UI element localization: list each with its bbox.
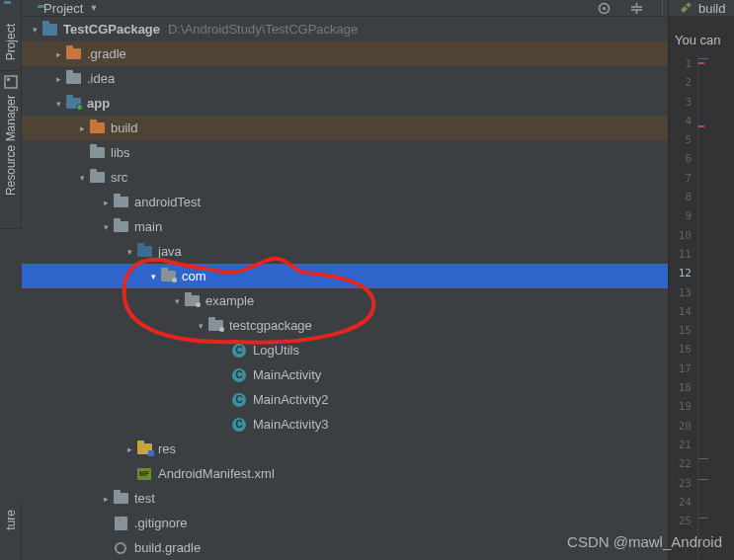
gutter-line-number[interactable]: 24: [669, 493, 692, 512]
gutter-line-number[interactable]: 12: [669, 264, 692, 282]
node-label: testcgpackage: [229, 318, 312, 333]
gutter-line-number[interactable]: 4: [669, 112, 692, 130]
project-toolwindow-header: Project ▼: [22, 0, 734, 17]
tree-node-res[interactable]: ▸ res: [22, 437, 668, 461]
gutter-line-number[interactable]: 2: [669, 73, 692, 92]
svg-rect-14: [686, 2, 692, 8]
folder-icon: [65, 72, 81, 86]
node-label: java: [158, 244, 182, 259]
resource-manager-label: Resource Manager: [4, 89, 18, 201]
svg-rect-0: [5, 76, 17, 88]
tree-node-app[interactable]: ▾ app: [22, 91, 668, 116]
divider: [662, 1, 663, 15]
chevron-down-icon[interactable]: ▾: [75, 173, 89, 183]
chevron-down-icon[interactable]: ▾: [146, 272, 160, 281]
gutter-line-number[interactable]: 6: [669, 149, 692, 168]
tree-node-test[interactable]: ▸ test: [22, 486, 668, 511]
gutter-line-number[interactable]: 23: [669, 474, 692, 493]
tree-node-example[interactable]: ▾ example: [22, 288, 668, 313]
chevron-right-icon[interactable]: ▸: [99, 494, 113, 504]
package-icon: [207, 319, 223, 333]
gutter-line-number[interactable]: 19: [669, 397, 692, 416]
tree-node-mainactivity[interactable]: C MainActivity: [22, 362, 668, 387]
chevron-right-icon[interactable]: ▸: [75, 123, 89, 133]
tree-node-src[interactable]: ▾ src: [22, 165, 668, 190]
gutter-line-number[interactable]: 3: [669, 93, 692, 112]
editor-tab-build[interactable]: build: [668, 0, 734, 17]
chevron-right-icon[interactable]: ▸: [51, 74, 65, 84]
node-label: LogUtils: [253, 343, 299, 358]
tree-node-mainactivity2[interactable]: C MainActivity2: [22, 387, 668, 412]
chevron-right-icon[interactable]: ▸: [51, 49, 65, 59]
folder-icon: [89, 146, 105, 160]
collapse-all-icon[interactable]: [629, 1, 644, 16]
tree-node-gradle[interactable]: ▸ .gradle: [22, 41, 668, 66]
gutter-line-number[interactable]: 10: [669, 226, 692, 245]
gutter-line-number[interactable]: 9: [669, 206, 692, 225]
editor-gutter[interactable]: 1234567891011121314151617181920212223242…: [669, 54, 698, 560]
gutter-line-number[interactable]: 16: [669, 340, 692, 359]
chevron-right-icon[interactable]: ▸: [122, 444, 136, 454]
tree-node-androidtest[interactable]: ▸ androidTest: [22, 190, 668, 214]
gutter-line-number[interactable]: 18: [669, 378, 692, 397]
gutter-fold-marks: [698, 54, 710, 560]
hammer-icon: [679, 1, 693, 15]
watermark: CSDN @mawl_Android: [567, 533, 722, 550]
node-label: .gitignore: [134, 516, 187, 530]
tool-window-tab-project[interactable]: Project: [0, 0, 22, 71]
chevron-down-icon[interactable]: ▾: [170, 296, 184, 306]
gutter-line-number[interactable]: 15: [669, 321, 692, 340]
tree-root[interactable]: ▾ TestCGPackage D:\AndroidStudy\TestCGPa…: [22, 17, 668, 41]
gutter-line-number[interactable]: 11: [669, 245, 692, 264]
module-icon: [65, 97, 81, 111]
node-label: com: [182, 269, 206, 283]
gutter-line-number[interactable]: 25: [669, 512, 692, 530]
node-label: test: [134, 491, 155, 506]
gutter-line-number[interactable]: 13: [669, 283, 692, 302]
editor-banner-text: You can: [669, 17, 734, 38]
tree-node-logutils[interactable]: C LogUtils: [22, 338, 668, 362]
gutter-line-number[interactable]: 17: [669, 360, 692, 378]
gutter-line-number[interactable]: 5: [669, 130, 692, 149]
project-tree[interactable]: ▾ TestCGPackage D:\AndroidStudy\TestCGPa…: [22, 17, 668, 560]
tree-node-testcgpackage[interactable]: ▾ testcgpackage: [22, 313, 668, 338]
tree-node-build[interactable]: ▸ build: [22, 116, 668, 140]
chevron-down-icon[interactable]: ▾: [51, 99, 65, 109]
tree-node-java[interactable]: ▾ java: [22, 239, 668, 264]
error-stripe-mark: [698, 125, 704, 127]
gutter-line-number[interactable]: 22: [669, 454, 692, 473]
node-label: AndroidManifest.xml: [158, 466, 275, 481]
select-opened-file-icon[interactable]: [597, 1, 612, 16]
gutter-line-number[interactable]: 14: [669, 302, 692, 321]
node-label: src: [111, 170, 127, 185]
node-label: example: [205, 293, 254, 308]
project-view-title[interactable]: Project: [43, 1, 83, 16]
gutter-line-number[interactable]: 21: [669, 436, 692, 454]
project-tab-icon: [4, 4, 18, 18]
chevron-down-icon[interactable]: ▾: [122, 247, 136, 257]
tree-node-idea[interactable]: ▸ .idea: [22, 66, 668, 91]
gutter-line-number[interactable]: 8: [669, 188, 692, 206]
tree-node-com[interactable]: ▾ com: [22, 264, 668, 288]
tool-window-tab-truncated[interactable]: ture: [0, 504, 22, 560]
node-label: .idea: [87, 71, 115, 86]
gutter-line-number[interactable]: 7: [669, 169, 692, 188]
tree-node-manifest[interactable]: MF AndroidManifest.xml: [22, 461, 668, 486]
tree-node-mainactivity3[interactable]: C MainActivity3: [22, 412, 668, 437]
chevron-down-icon[interactable]: ▼: [89, 3, 98, 13]
gitignore-icon: [113, 517, 128, 530]
tree-node-main[interactable]: ▾ main: [22, 214, 668, 239]
chevron-down-icon[interactable]: ▾: [28, 25, 41, 35]
chevron-down-icon[interactable]: ▾: [99, 222, 113, 232]
gutter-line-number[interactable]: 1: [669, 54, 692, 73]
node-label: res: [158, 441, 176, 456]
gutter-line-number[interactable]: 20: [669, 417, 692, 436]
tool-window-tab-resource-manager[interactable]: Resource Manager: [0, 71, 22, 229]
node-label: build.gradle: [134, 540, 201, 555]
tree-node-libs[interactable]: libs: [22, 140, 668, 165]
root-path: D:\AndroidStudy\TestCGPackage: [168, 22, 358, 37]
tree-node-gitignore[interactable]: .gitignore: [22, 511, 668, 535]
chevron-down-icon[interactable]: ▾: [194, 321, 207, 331]
chevron-right-icon[interactable]: ▸: [99, 198, 113, 207]
node-label: app: [87, 96, 110, 111]
